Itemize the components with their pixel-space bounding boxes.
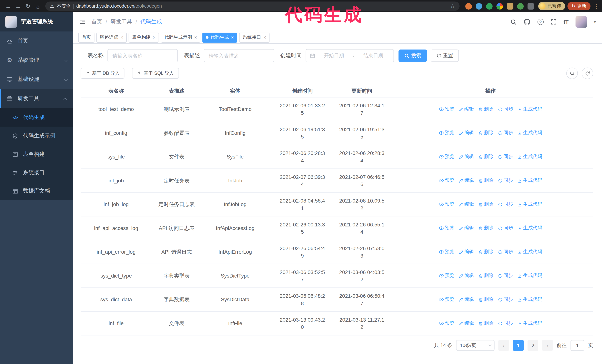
search-icon[interactable] [510, 19, 516, 25]
action-sync-link[interactable]: 同步 [498, 225, 513, 232]
action-edit-link[interactable]: 编辑 [459, 129, 474, 136]
home-icon[interactable]: ⌂ [33, 1, 43, 11]
action-sync-link[interactable]: 同步 [498, 105, 513, 113]
action-preview-link[interactable]: 预览 [439, 296, 454, 303]
app-logo-row[interactable]: 芋道管理系统 [0, 12, 73, 31]
avatar-caret-icon[interactable]: ▾ [594, 20, 596, 24]
action-delete-link[interactable]: 删除 [478, 201, 494, 208]
action-edit-link[interactable]: 编辑 [459, 177, 474, 184]
page-2-button[interactable]: 2 [527, 340, 538, 351]
tab-form-builder[interactable]: 表单构建× [129, 32, 159, 42]
action-delete-link[interactable]: 删除 [478, 153, 494, 160]
fullscreen-icon[interactable] [550, 19, 557, 25]
goto-page-input[interactable] [570, 340, 584, 351]
reset-button[interactable]: 重置 [431, 49, 459, 62]
action-delete-link[interactable]: 删除 [478, 320, 494, 327]
action-edit-link[interactable]: 编辑 [459, 320, 474, 327]
table-desc-input[interactable] [204, 49, 274, 62]
action-sync-link[interactable]: 同步 [498, 320, 513, 327]
sidebar-item-codegen[interactable]: </> 代码生成 [0, 108, 73, 127]
action-edit-link[interactable]: 编辑 [459, 225, 474, 232]
action-delete-link[interactable]: 删除 [478, 177, 494, 184]
action-edit-link[interactable]: 编辑 [459, 201, 474, 208]
browser-extension-icon[interactable] [486, 3, 493, 10]
browser-extension-icon[interactable] [465, 3, 472, 10]
tab-close-icon[interactable]: × [121, 35, 123, 40]
action-preview-link[interactable]: 预览 [439, 320, 454, 327]
action-delete-link[interactable]: 删除 [478, 272, 494, 279]
action-preview-link[interactable]: 预览 [439, 201, 454, 208]
sidebar-item-system-api[interactable]: 系统接口 [0, 164, 73, 182]
action-preview-link[interactable]: 预览 [439, 105, 454, 113]
puzzle-extension-icon[interactable] [527, 3, 534, 10]
sidebar-item-home[interactable]: 首页 [0, 31, 73, 51]
paused-extension-badge[interactable]: 已暂停 [538, 2, 565, 10]
action-edit-link[interactable]: 编辑 [459, 153, 474, 160]
sidebar-item-form-builder[interactable]: 表单构建 [0, 145, 73, 163]
help-icon[interactable]: ? [537, 19, 543, 25]
browser-extension-icon[interactable] [507, 3, 513, 10]
action-delete-link[interactable]: 删除 [478, 225, 494, 232]
action-delete-link[interactable]: 删除 [478, 105, 494, 113]
back-icon[interactable]: ← [3, 1, 13, 11]
action-sync-link[interactable]: 同步 [498, 129, 513, 136]
breadcrumb-dev-tools[interactable]: 研发工具 [111, 18, 132, 25]
prev-page-button[interactable]: ‹ [498, 340, 509, 351]
tab-home[interactable]: 首页 [78, 32, 95, 42]
address-bar[interactable]: ⚠ 不安全 dashboard.yudao.iocoder.cn/tool/co… [45, 1, 460, 11]
sidebar-item-dev-tools[interactable]: 研发工具 [0, 89, 73, 108]
action-sync-link[interactable]: 同步 [498, 153, 513, 160]
action-preview-link[interactable]: 预览 [439, 272, 454, 279]
github-icon[interactable] [524, 18, 530, 25]
refresh-button[interactable] [582, 68, 593, 79]
tab-codegen-demo[interactable]: 代码生成示例× [161, 32, 201, 42]
bookmark-star-icon[interactable]: ☆ [450, 3, 455, 9]
reload-icon[interactable]: ↻ [23, 1, 33, 11]
action-delete-link[interactable]: 删除 [478, 129, 494, 136]
browser-extension-icon[interactable] [517, 3, 524, 10]
action-preview-link[interactable]: 预览 [439, 153, 454, 160]
browser-extension-icon[interactable] [496, 3, 503, 10]
forward-icon[interactable]: → [13, 1, 23, 11]
action-generate-link[interactable]: 生成代码 [517, 177, 542, 184]
action-generate-link[interactable]: 生成代码 [517, 129, 542, 136]
action-sync-link[interactable]: 同步 [498, 296, 513, 303]
action-delete-link[interactable]: 删除 [478, 248, 494, 256]
page-1-button[interactable]: 1 [513, 340, 524, 351]
sidebar-item-codegen-demo[interactable]: 代码生成示例 [0, 127, 73, 145]
browser-extension-icon[interactable] [476, 3, 482, 10]
action-edit-link[interactable]: 编辑 [459, 272, 474, 279]
next-page-button[interactable]: › [542, 340, 553, 351]
sidebar-collapse-icon[interactable] [79, 19, 86, 25]
action-generate-link[interactable]: 生成代码 [517, 296, 542, 303]
action-preview-link[interactable]: 预览 [439, 129, 454, 136]
sidebar-item-db-doc[interactable]: 数据库文档 [0, 182, 73, 200]
action-generate-link[interactable]: 生成代码 [517, 248, 542, 256]
action-generate-link[interactable]: 生成代码 [517, 225, 542, 232]
sidebar-item-system-management[interactable]: ⚙ 系统管理 [0, 51, 73, 70]
tab-codegen[interactable]: 代码生成× [202, 32, 237, 42]
action-preview-link[interactable]: 预览 [439, 225, 454, 232]
browser-menu-icon[interactable]: ⋮ [593, 3, 599, 9]
user-avatar[interactable] [576, 16, 587, 28]
tab-system-api[interactable]: 系统接口× [239, 32, 269, 42]
action-edit-link[interactable]: 编辑 [459, 248, 474, 256]
page-size-select[interactable]: 10条/页 [456, 340, 494, 351]
toggle-search-button[interactable] [566, 68, 578, 79]
font-size-icon[interactable]: tT [563, 19, 569, 25]
tab-close-icon[interactable]: × [263, 35, 266, 40]
action-generate-link[interactable]: 生成代码 [517, 201, 542, 208]
action-delete-link[interactable]: 删除 [478, 296, 494, 303]
date-range-picker[interactable]: 开始日期 - 结束日期 [306, 49, 394, 62]
action-preview-link[interactable]: 预览 [439, 177, 454, 184]
action-sync-link[interactable]: 同步 [498, 177, 513, 184]
tab-trace[interactable]: 链路追踪× [96, 32, 127, 42]
action-generate-link[interactable]: 生成代码 [517, 153, 542, 160]
action-generate-link[interactable]: 生成代码 [517, 320, 542, 327]
action-preview-link[interactable]: 预览 [439, 248, 454, 256]
import-db-button[interactable]: 基于 DB 导入 [81, 68, 124, 79]
tab-close-icon[interactable]: × [194, 35, 197, 40]
action-sync-link[interactable]: 同步 [498, 201, 513, 208]
tab-close-icon[interactable]: × [153, 35, 156, 40]
browser-update-button[interactable]: ↻ 更新 [567, 2, 590, 10]
